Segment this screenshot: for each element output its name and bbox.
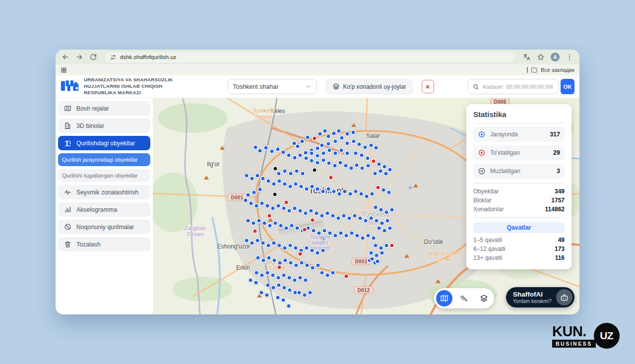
marker-in-progress[interactable]: [266, 179, 271, 184]
marker-in-progress[interactable]: [286, 153, 292, 158]
marker-in-progress[interactable]: [305, 135, 311, 140]
marker-in-progress[interactable]: [347, 216, 352, 221]
marker-in-progress[interactable]: [255, 238, 260, 243]
marker-in-progress[interactable]: [373, 205, 379, 210]
marker-in-progress[interactable]: [259, 273, 265, 278]
marker-in-progress[interactable]: [327, 231, 333, 236]
url-bar[interactable]: dshk.shaffofqurilish.uz: [105, 52, 515, 62]
marker-in-progress[interactable]: [343, 163, 349, 169]
marker-in-progress[interactable]: [339, 135, 345, 141]
clear-filter-button[interactable]: ×: [422, 80, 434, 93]
marker-stopped[interactable]: [284, 200, 289, 205]
marker-in-progress[interactable]: [266, 243, 271, 248]
marker-in-progress[interactable]: [310, 184, 315, 189]
stat-row[interactable]: Muzlatilgan3: [473, 164, 565, 179]
marker-in-progress[interactable]: [267, 223, 273, 229]
marker-in-progress[interactable]: [288, 260, 294, 266]
marker-in-progress[interactable]: [369, 250, 374, 256]
marker-in-progress[interactable]: [260, 241, 266, 246]
marker-in-progress[interactable]: [321, 158, 326, 163]
marker-in-progress[interactable]: [252, 190, 257, 195]
marker-in-progress[interactable]: [310, 248, 315, 253]
marker-in-progress[interactable]: [374, 253, 380, 258]
marker-in-progress[interactable]: [325, 211, 330, 216]
marker-in-progress[interactable]: [374, 218, 380, 224]
marker-in-progress[interactable]: [364, 194, 370, 199]
marker-in-progress[interactable]: [315, 186, 320, 192]
marker-in-progress[interactable]: [264, 293, 270, 298]
marker-in-progress[interactable]: [370, 191, 375, 197]
marker-in-progress[interactable]: [244, 238, 250, 243]
translate-icon[interactable]: [523, 53, 531, 61]
marker-in-progress[interactable]: [255, 255, 261, 261]
marker-in-progress[interactable]: [326, 134, 331, 139]
kadastr-search[interactable]: [468, 79, 559, 94]
marker-in-progress[interactable]: [250, 241, 255, 246]
marker-in-progress[interactable]: [298, 153, 303, 158]
marker-in-progress[interactable]: [250, 176, 255, 182]
marker-stopped[interactable]: [253, 229, 258, 234]
marker-in-progress[interactable]: [277, 179, 282, 184]
marker-in-progress[interactable]: [281, 298, 286, 303]
marker-in-progress[interactable]: [371, 236, 377, 241]
marker-in-progress[interactable]: [349, 231, 355, 236]
apps-grid-icon[interactable]: [61, 67, 67, 73]
marker-in-progress[interactable]: [316, 263, 321, 268]
layers-button[interactable]: [476, 290, 492, 306]
marker-in-progress[interactable]: [275, 295, 281, 301]
bookmark-star-icon[interactable]: [537, 53, 545, 61]
marker-in-progress[interactable]: [295, 226, 300, 231]
marker-in-progress[interactable]: [271, 285, 276, 291]
marker-in-progress[interactable]: [254, 203, 259, 209]
marker-in-progress[interactable]: [259, 290, 264, 296]
marker-in-progress[interactable]: [283, 258, 288, 263]
marker-in-progress[interactable]: [344, 233, 349, 239]
marker-in-progress[interactable]: [260, 176, 266, 182]
sidebar-item[interactable]: Bosh rejalar: [58, 101, 150, 116]
marker-in-progress[interactable]: [380, 221, 385, 226]
marker-in-progress[interactable]: [277, 243, 282, 248]
marker-in-progress[interactable]: [309, 208, 314, 214]
marker-in-progress[interactable]: [366, 233, 371, 239]
marker-in-progress[interactable]: [338, 160, 343, 166]
marker-in-progress[interactable]: [365, 156, 371, 161]
marker-stopped[interactable]: [298, 251, 303, 257]
marker-in-progress[interactable]: [276, 275, 281, 281]
marker-in-progress[interactable]: [373, 171, 378, 177]
site-settings-icon[interactable]: [110, 54, 117, 61]
marker-in-progress[interactable]: [276, 203, 281, 209]
marker-in-progress[interactable]: [281, 150, 286, 155]
sidebar-item[interactable]: 3D binolar: [58, 119, 150, 133]
marker-stopped[interactable]: [302, 227, 308, 233]
marker-stopped[interactable]: [277, 265, 282, 270]
marker-in-progress[interactable]: [357, 142, 362, 147]
marker-in-progress[interactable]: [288, 243, 293, 248]
marker-in-progress[interactable]: [303, 211, 309, 216]
menu-kebab-icon[interactable]: [566, 53, 573, 61]
marker-in-progress[interactable]: [314, 211, 319, 216]
marker-stopped[interactable]: [371, 159, 377, 164]
sidebar-item[interactable]: Seysmik zonalashtirish: [58, 185, 150, 199]
marker-in-progress[interactable]: [265, 270, 270, 276]
marker-in-progress[interactable]: [315, 250, 320, 256]
marker-in-progress[interactable]: [259, 201, 265, 206]
marker-in-progress[interactable]: [352, 213, 358, 219]
marker-in-progress[interactable]: [330, 270, 336, 276]
marker-in-progress[interactable]: [383, 171, 389, 177]
marker-in-progress[interactable]: [322, 228, 327, 234]
marker-in-progress[interactable]: [382, 228, 387, 234]
marker-in-progress[interactable]: [254, 280, 259, 286]
marker-in-progress[interactable]: [333, 139, 338, 144]
marker-in-progress[interactable]: [358, 216, 363, 221]
marker-in-progress[interactable]: [309, 151, 315, 156]
marker-in-progress[interactable]: [382, 164, 387, 170]
marker-stopped[interactable]: [310, 218, 316, 223]
marker-in-progress[interactable]: [297, 290, 302, 296]
marker-in-progress[interactable]: [305, 263, 310, 268]
marker-in-progress[interactable]: [333, 233, 338, 239]
stat-row[interactable]: To'xtatilgan29: [473, 145, 565, 160]
marker-in-progress[interactable]: [374, 145, 379, 151]
marker-in-progress[interactable]: [326, 161, 332, 166]
marker-stopped[interactable]: [389, 243, 395, 248]
marker-in-progress[interactable]: [326, 141, 331, 147]
